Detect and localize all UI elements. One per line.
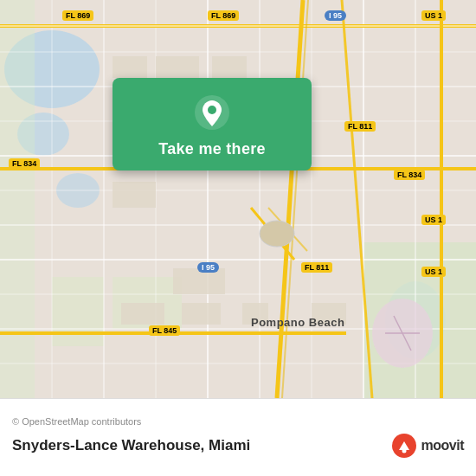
svg-rect-44 bbox=[182, 303, 221, 325]
road-label-us1-mid: US 1 bbox=[421, 215, 446, 225]
map-container: FL 869 FL 869 I 95 US 1 FL 811 FL 834 FL… bbox=[0, 0, 476, 398]
location-city: Miami bbox=[209, 437, 250, 453]
location-separator: , bbox=[201, 437, 209, 453]
location-title: Snyders-Lance Warehouse, Miami bbox=[12, 437, 250, 454]
road-label-i95-bottom: I 95 bbox=[197, 262, 219, 273]
svg-rect-39 bbox=[156, 56, 199, 78]
road-label-fl811-right: FL 811 bbox=[344, 121, 376, 132]
moovit-logo: moovit bbox=[390, 432, 464, 460]
road-label-us1-top: US 1 bbox=[421, 10, 446, 21]
moovit-text: moovit bbox=[421, 438, 464, 453]
road-label-fl834-left: FL 834 bbox=[9, 158, 40, 169]
road-label-us1-bottom: US 1 bbox=[421, 267, 446, 277]
moovit-logo-icon bbox=[390, 432, 418, 460]
map-background bbox=[0, 0, 476, 398]
road-label-fl834-right: FL 834 bbox=[394, 170, 425, 180]
copyright-text: © OpenStreetMap contributors bbox=[12, 416, 464, 427]
svg-point-53 bbox=[402, 448, 406, 453]
svg-rect-5 bbox=[0, 0, 35, 398]
svg-rect-41 bbox=[113, 182, 156, 208]
road-label-fl869-left: FL 869 bbox=[62, 10, 93, 21]
road-label-fl811-bottom: FL 811 bbox=[301, 262, 332, 273]
svg-point-51 bbox=[208, 106, 216, 114]
svg-point-37 bbox=[260, 221, 294, 247]
road-label-i95-top: I 95 bbox=[325, 10, 346, 21]
svg-rect-8 bbox=[52, 277, 104, 346]
location-name: Snyders-Lance Warehouse bbox=[12, 437, 201, 453]
location-pin-icon bbox=[193, 93, 231, 132]
take-me-there-label: Take me there bbox=[158, 140, 266, 158]
bottom-bar: © OpenStreetMap contributors Snyders-Lan… bbox=[0, 398, 476, 476]
take-me-there-button[interactable]: Take me there bbox=[113, 78, 312, 170]
svg-rect-42 bbox=[173, 268, 225, 294]
pompano-beach-label: Pompano Beach bbox=[251, 316, 344, 329]
svg-rect-40 bbox=[212, 56, 247, 78]
road-label-fl845: FL 845 bbox=[149, 325, 180, 336]
svg-rect-38 bbox=[113, 56, 147, 78]
svg-rect-43 bbox=[121, 303, 164, 325]
road-label-fl869-center: FL 869 bbox=[208, 10, 239, 21]
